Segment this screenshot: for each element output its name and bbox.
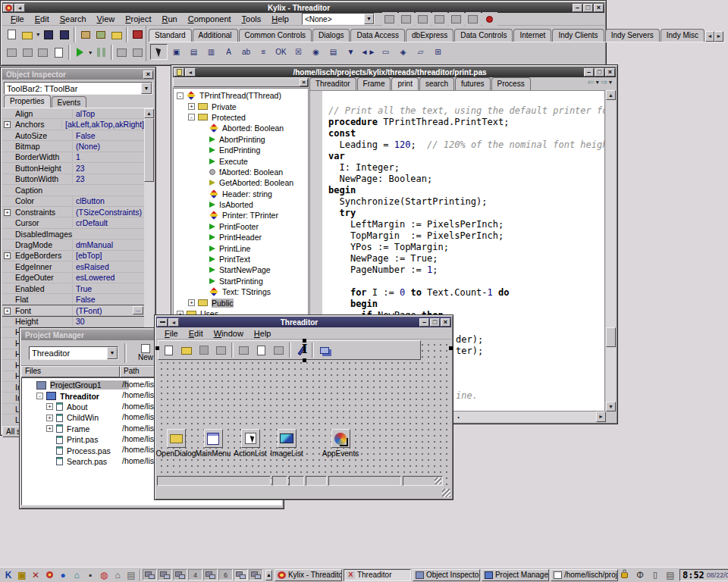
form-maximize-button[interactable]: □ bbox=[430, 318, 440, 327]
expand-icon[interactable]: + bbox=[188, 299, 195, 306]
property-value[interactable]: alTop bbox=[72, 109, 144, 118]
expand-icon[interactable]: + bbox=[4, 308, 11, 314]
editor-vscroll-thumb[interactable] bbox=[606, 327, 616, 347]
property-value[interactable]: [akLeft,akTop,akRight] bbox=[61, 120, 144, 129]
explorer-item[interactable]: Printer: TPrinter bbox=[174, 210, 308, 221]
form-pin-icon[interactable]: ◄ bbox=[168, 318, 179, 327]
printer-icon[interactable]: ▤ bbox=[664, 568, 677, 581]
taskbar-button-threaditor[interactable]: XThreaditor bbox=[344, 569, 411, 581]
property-value[interactable]: False bbox=[72, 295, 144, 304]
cascade-toolbutton-icon[interactable] bbox=[315, 343, 333, 358]
step-over-icon[interactable] bbox=[130, 45, 146, 61]
desktop-save-icon[interactable] bbox=[382, 12, 397, 27]
open-icon[interactable] bbox=[20, 27, 36, 42]
property-name[interactable]: Bitmap bbox=[2, 142, 72, 151]
main-titlebar[interactable]: ◄ Kylix - Threaditor – □ × bbox=[2, 2, 604, 13]
palette-tab-indy-misc[interactable]: Indy Misc bbox=[661, 29, 704, 42]
designed-statusbar[interactable] bbox=[156, 475, 451, 487]
printer-icon[interactable] bbox=[416, 12, 431, 27]
open-dropdown-icon[interactable]: ▼ bbox=[36, 27, 41, 42]
property-name[interactable]: AutoSize bbox=[2, 131, 72, 140]
save-toolbutton-icon[interactable] bbox=[195, 343, 212, 358]
designed-toolbar[interactable] bbox=[158, 340, 421, 360]
record-icon[interactable] bbox=[482, 12, 497, 27]
menu-item-run[interactable]: Run bbox=[157, 14, 183, 24]
tools-icon[interactable]: ✕ bbox=[29, 568, 42, 581]
property-value[interactable]: (None) bbox=[72, 142, 144, 151]
popup-menu-icon[interactable]: ▥ bbox=[202, 44, 220, 60]
explorer-item[interactable]: +Public bbox=[174, 297, 308, 308]
property-row[interactable]: EdgeBorders+[ebTop] bbox=[2, 251, 144, 261]
lock-icon[interactable] bbox=[618, 568, 632, 581]
taskbar-button-kylix-threaditor[interactable]: Kylix - Threaditor bbox=[275, 569, 342, 581]
explorer-item[interactable]: +Private bbox=[174, 101, 308, 111]
property-name[interactable]: ButtonWidth bbox=[2, 174, 72, 183]
nav-back-icon[interactable]: ⇐ bbox=[588, 77, 595, 87]
k-menu-icon[interactable]: K bbox=[2, 568, 15, 581]
radio-group-icon[interactable]: ◈ bbox=[394, 44, 412, 60]
pager-desktop-3[interactable] bbox=[173, 569, 187, 580]
property-row[interactable]: Anchors+[akLeft,akTop,akRight] bbox=[2, 119, 144, 130]
explorer-item[interactable]: PrintFooter bbox=[174, 221, 308, 232]
desktop-layout-combo[interactable]: <None> ▼ bbox=[302, 13, 375, 25]
pager-desktop-1[interactable] bbox=[143, 569, 157, 580]
explorer-item[interactable]: PrintLine bbox=[174, 242, 308, 253]
ellipsis-button[interactable]: ... bbox=[133, 306, 143, 314]
konsole-icon[interactable]: ▣ bbox=[15, 568, 29, 581]
component-appevents[interactable]: AppEvents bbox=[317, 429, 364, 458]
property-value[interactable]: dmManual bbox=[72, 240, 144, 249]
group-box-icon[interactable]: ▭ bbox=[377, 44, 394, 60]
oi-combo-dropdown-icon[interactable]: ▼ bbox=[141, 83, 152, 94]
minimize-button[interactable]: – bbox=[573, 4, 582, 12]
property-value[interactable]: crDefault bbox=[72, 218, 144, 227]
oi-titlebar[interactable]: Object Inspector × bbox=[2, 69, 154, 80]
explorer-item[interactable]: AbortPrinting bbox=[174, 134, 308, 145]
menu-item-help[interactable]: Help bbox=[266, 14, 294, 24]
property-name[interactable]: Caption bbox=[2, 186, 72, 195]
radio-button-icon[interactable]: ◉ bbox=[307, 44, 325, 60]
label-icon[interactable]: A bbox=[220, 44, 237, 60]
property-row[interactable]: Constraints+(TSizeConstraints) bbox=[2, 207, 144, 217]
copy-toolbutton-icon[interactable] bbox=[253, 343, 270, 358]
explorer-item[interactable]: -TPrintThread(TThread) bbox=[174, 90, 308, 101]
property-value[interactable]: True bbox=[72, 284, 144, 293]
property-value[interactable]: (TSizeConstraints) bbox=[72, 208, 144, 217]
home-icon[interactable]: ⌂ bbox=[111, 568, 124, 581]
component-imagelist[interactable]: ImageList bbox=[263, 429, 310, 458]
property-name[interactable]: EdgeBorders+ bbox=[2, 251, 72, 260]
property-row[interactable]: ColorclButton bbox=[2, 196, 144, 207]
pm-combo-dropdown-icon[interactable]: ▼ bbox=[107, 347, 118, 359]
pm-project-combo[interactable]: Threaditor ▼ bbox=[29, 346, 118, 360]
display-icon[interactable]: ▪ bbox=[83, 568, 97, 581]
oi-tab-properties[interactable]: Properties bbox=[4, 95, 51, 108]
combo-box-icon[interactable]: ▼ bbox=[342, 44, 359, 60]
property-value[interactable]: 23 bbox=[72, 164, 144, 173]
property-name[interactable]: Cursor bbox=[2, 218, 72, 227]
form-client-area[interactable]: I OpenDialogMainMenuActionListImageListA… bbox=[156, 340, 451, 487]
undo-toolbutton-icon[interactable] bbox=[235, 343, 253, 358]
expand-icon[interactable]: - bbox=[177, 92, 184, 99]
pager-desktop-2[interactable] bbox=[158, 569, 172, 580]
snapshot-icon[interactable] bbox=[466, 12, 481, 27]
toggle-form-unit-icon[interactable] bbox=[36, 45, 52, 61]
menu-item-edit[interactable]: Edit bbox=[30, 14, 55, 24]
form-menu-item-file[interactable]: File bbox=[159, 328, 184, 339]
paste-toolbutton-icon[interactable] bbox=[270, 343, 287, 358]
trace-into-icon[interactable] bbox=[115, 45, 130, 61]
explorer-item[interactable]: -Protected bbox=[174, 112, 308, 123]
explorer-item[interactable]: Aborted: Boolean bbox=[174, 123, 308, 133]
add-to-project-icon[interactable] bbox=[77, 27, 93, 42]
property-name[interactable]: BorderWidth bbox=[2, 152, 72, 161]
new-unit-icon[interactable] bbox=[4, 27, 20, 42]
main-menu-icon[interactable]: ▤ bbox=[185, 44, 202, 60]
palette-scroll-left-icon[interactable]: ◄ bbox=[705, 31, 714, 42]
explorer-item[interactable]: GetAborted: Boolean bbox=[174, 177, 308, 188]
explorer-item[interactable]: StartPrinting bbox=[174, 276, 308, 286]
remove-from-project-icon[interactable] bbox=[93, 27, 109, 42]
property-row[interactable]: Font+(TFont)... bbox=[2, 305, 144, 316]
property-row[interactable]: BorderWidth1 bbox=[2, 152, 144, 163]
property-name[interactable]: Align bbox=[2, 109, 72, 118]
open-project-icon[interactable] bbox=[109, 27, 125, 42]
pager-desktop-6[interactable]: 6 bbox=[218, 569, 233, 580]
palette-tab-data-access[interactable]: Data Access bbox=[350, 29, 405, 42]
